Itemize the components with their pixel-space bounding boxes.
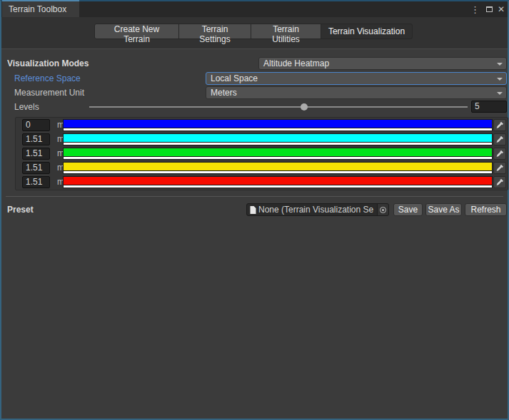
tab-terrain-settings[interactable]: Terrain Settings — [178, 24, 251, 39]
reference-space-label: Reference Space — [14, 73, 81, 85]
save-button[interactable]: Save — [393, 203, 423, 216]
eyedropper-icon — [496, 122, 503, 129]
reference-space-dropdown[interactable]: Local Space — [206, 72, 507, 85]
alpha-strip — [64, 142, 492, 145]
heatmap-level-row: 1.51 m — [16, 148, 508, 160]
level-color-swatch[interactable] — [63, 119, 493, 131]
heatmap-levels-panel: 0 m 1.51 m 1.51 m — [15, 117, 508, 190]
heatmap-level-row: 1.51 m — [16, 162, 508, 174]
level-height-field[interactable]: 1.51 — [22, 176, 50, 188]
heatmap-level-row: 1.51 m — [16, 133, 508, 145]
preset-label: Preset — [7, 204, 34, 216]
level-height-field[interactable]: 1.51 — [22, 133, 50, 145]
close-icon[interactable]: ✕ — [498, 5, 505, 14]
level-height-value: 1.51 — [26, 163, 42, 173]
levels-value-field[interactable]: 5 — [471, 101, 507, 113]
visualization-mode-value: Altitude Heatmap — [263, 58, 329, 68]
reference-space-value: Local Space — [211, 73, 258, 83]
toolbar: Create New Terrain Terrain Settings Terr… — [1, 17, 508, 49]
level-height-value: 0 — [26, 120, 31, 130]
title-bar: Terrain Toolbox ⋮ ✕ — [1, 1, 508, 17]
tab-create-new-terrain[interactable]: Create New Terrain — [94, 24, 179, 39]
level-color-swatch[interactable] — [63, 148, 493, 160]
heatmap-level-row: 0 m — [16, 119, 508, 131]
alpha-strip — [64, 156, 492, 159]
toolbox-tab-group: Create New Terrain Terrain Settings Terr… — [94, 24, 413, 39]
alpha-strip — [64, 170, 492, 173]
eyedropper-icon — [496, 165, 503, 172]
chevron-down-icon — [497, 78, 503, 81]
levels-slider-track[interactable] — [89, 106, 468, 108]
levels-slider-handle[interactable] — [301, 103, 308, 111]
eyedropper-button[interactable] — [493, 162, 506, 174]
maximize-icon[interactable] — [486, 6, 493, 12]
visualization-modes-label: Visualization Modes — [7, 58, 89, 70]
measurement-unit-value: Meters — [211, 88, 237, 98]
more-menu-icon[interactable]: ⋮ — [469, 5, 481, 14]
section-divider — [6, 196, 503, 197]
window-tab-label: Terrain Toolbox — [9, 4, 66, 14]
chevron-down-icon — [497, 92, 503, 95]
eyedropper-icon — [496, 136, 503, 143]
terrain-toolbox-window: Terrain Toolbox ⋮ ✕ Create New Terrain T… — [0, 0, 509, 420]
heatmap-level-row: 1.51 m — [16, 176, 508, 188]
level-height-value: 1.51 — [26, 148, 42, 158]
tab-terrain-utilities[interactable]: Terrain Utilities — [251, 24, 321, 39]
object-picker-button[interactable] — [377, 204, 388, 215]
eyedropper-button[interactable] — [493, 148, 506, 160]
eyedropper-icon — [496, 179, 503, 186]
eyedropper-button[interactable] — [493, 176, 506, 188]
visualization-mode-dropdown[interactable]: Altitude Heatmap — [258, 57, 507, 70]
refresh-button[interactable]: Refresh — [465, 203, 507, 216]
level-height-value: 1.51 — [26, 177, 42, 187]
levels-value: 5 — [475, 101, 480, 111]
level-height-value: 1.51 — [26, 134, 42, 144]
levels-label: Levels — [14, 101, 39, 113]
object-picker-icon — [380, 207, 386, 213]
preset-object-value: None (Terrain Visualization Se — [258, 205, 377, 215]
level-color-swatch[interactable] — [63, 162, 493, 174]
eyedropper-icon — [496, 150, 503, 158]
window-tab-terrain-toolbox[interactable]: Terrain Toolbox — [2, 0, 79, 17]
level-color-swatch[interactable] — [63, 176, 493, 188]
eyedropper-button[interactable] — [493, 119, 506, 131]
eyedropper-button[interactable] — [493, 133, 506, 145]
level-height-field[interactable]: 0 — [22, 119, 50, 131]
chevron-down-icon — [497, 63, 503, 66]
level-color-swatch[interactable] — [63, 133, 493, 145]
measurement-unit-label: Measurement Unit — [14, 87, 84, 99]
measurement-unit-dropdown[interactable]: Meters — [206, 86, 507, 99]
asset-file-icon — [250, 206, 256, 214]
preset-object-field[interactable]: None (Terrain Visualization Se — [246, 203, 389, 216]
save-as-button[interactable]: Save As — [425, 203, 462, 216]
alpha-strip — [64, 185, 492, 188]
level-height-field[interactable]: 1.51 — [22, 148, 50, 160]
alpha-strip — [64, 128, 492, 130]
level-height-field[interactable]: 1.51 — [22, 162, 50, 174]
tab-terrain-visualization[interactable]: Terrain Visualization — [321, 24, 413, 39]
